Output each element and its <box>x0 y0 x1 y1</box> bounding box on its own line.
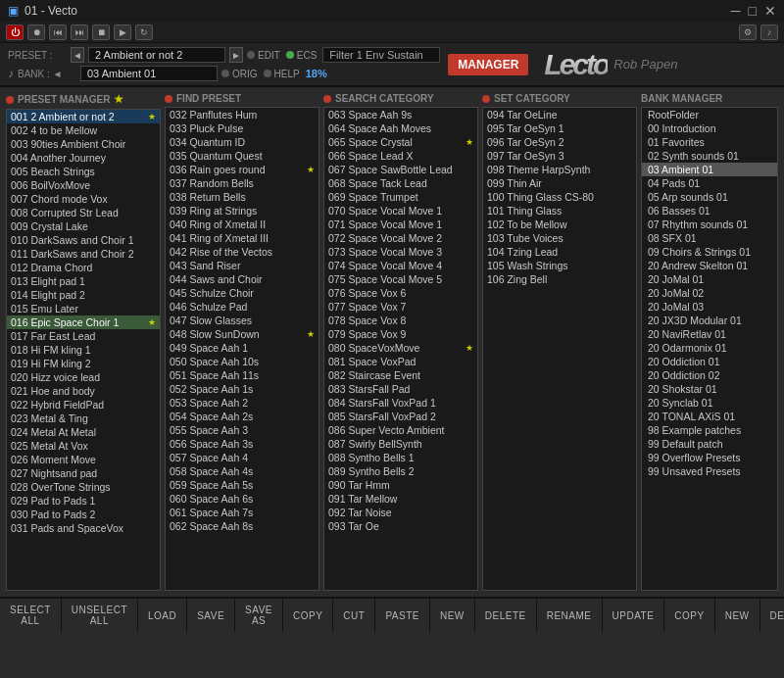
list-item[interactable]: 065 Space Crystal★ <box>324 135 477 149</box>
list-item[interactable]: 010 DarkSaws and Choir 1 <box>7 233 160 247</box>
bank-item[interactable]: 03 Ambient 01 <box>642 163 777 176</box>
maximize-button[interactable]: □ <box>749 3 757 19</box>
bank-item[interactable]: 99 Unsaved Presets <box>642 464 777 478</box>
list-item[interactable]: 056 Space Aah 3s <box>166 437 318 451</box>
list-item[interactable]: 061 Space Aah 7s <box>166 506 318 519</box>
list-item[interactable]: 094 Tar OeLine <box>483 108 636 121</box>
bank-item[interactable]: 20 JoMal 03 <box>642 300 777 314</box>
list-item[interactable]: 082 Staircase Event <box>324 368 477 382</box>
list-item[interactable]: 057 Space Aah 4 <box>166 451 318 464</box>
list-item[interactable]: 099 Thin Air <box>483 176 636 190</box>
list-item[interactable]: 095 Tar OeSyn 1 <box>483 121 636 135</box>
bank-item[interactable]: 99 Default patch <box>642 437 777 451</box>
list-item[interactable]: 026 Moment Move <box>7 453 160 466</box>
list-item[interactable]: 089 Syntho Bells 2 <box>324 464 477 478</box>
bank-item[interactable]: 20 Odarmonix 01 <box>642 341 777 355</box>
list-item[interactable]: 042 Rise of the Vectos <box>166 245 318 259</box>
bank-item[interactable]: 99 Overflow Presets <box>642 451 777 464</box>
save-button[interactable]: SAVE <box>187 599 235 632</box>
list-item[interactable]: 101 Thing Glass <box>483 204 636 218</box>
list-item[interactable]: 063 Space Aah 9s <box>324 108 477 121</box>
rename-button[interactable]: RENAME <box>537 599 603 632</box>
paste-button[interactable]: PASTE <box>375 599 430 632</box>
bank-copy-button[interactable]: COPY <box>664 599 714 632</box>
list-item[interactable]: 073 Space Vocal Move 3 <box>324 245 477 259</box>
list-item[interactable]: 037 Random Bells <box>166 176 318 190</box>
list-item[interactable]: 103 Tube Voices <box>483 231 636 245</box>
list-item[interactable]: 079 Space Vox 9 <box>324 327 477 341</box>
list-item[interactable]: 044 Saws and Choir <box>166 272 318 286</box>
unselect-all-button[interactable]: UNSELECT ALL <box>62 599 138 632</box>
list-item[interactable]: 021 Hoe and body <box>7 384 160 398</box>
list-item[interactable]: 060 Space Aah 6s <box>166 492 318 506</box>
forward-icon[interactable]: ⏭ <box>71 24 88 40</box>
preset-manager-list[interactable]: 001 2 Ambient or not 2★002 4 to be Mello… <box>6 109 161 591</box>
list-item[interactable]: 076 Space Vox 6 <box>324 286 477 300</box>
list-item[interactable]: 096 Tar OeSyn 2 <box>483 135 636 149</box>
list-item[interactable]: 078 Space Vox 8 <box>324 314 477 327</box>
loop-icon[interactable]: ↻ <box>135 24 153 40</box>
bank-item[interactable]: 02 Synth sounds 01 <box>642 149 777 163</box>
list-item[interactable]: 007 Chord mode Vox <box>7 192 160 206</box>
play-icon[interactable]: ▶ <box>114 24 131 40</box>
list-item[interactable]: 032 Panflutes Hum <box>166 108 318 121</box>
settings-icon[interactable]: ⚙ <box>739 24 757 40</box>
list-item[interactable]: 012 Drama Chord <box>7 261 160 274</box>
bank-manager-list[interactable]: RootFolder00 Introduction01 Favorites02 … <box>641 107 778 591</box>
list-item[interactable]: 011 DarkSaws and Choir 2 <box>7 247 160 261</box>
list-item[interactable]: 093 Tar Oe <box>324 519 477 533</box>
save-as-button[interactable]: SAVE AS <box>235 599 283 632</box>
list-item[interactable]: 046 Schulze Pad <box>166 300 318 314</box>
list-item[interactable]: 048 Slow SunDown★ <box>166 327 318 341</box>
list-item[interactable]: 049 Space Aah 1 <box>166 341 318 355</box>
orig-indicator[interactable]: ORIG <box>221 69 258 79</box>
edit-indicator[interactable]: EDIT <box>247 50 280 61</box>
list-item[interactable]: 077 Space Vox 7 <box>324 300 477 314</box>
list-item[interactable]: 100 Thing Glass CS-80 <box>483 190 636 204</box>
find-preset-list[interactable]: 032 Panflutes Hum033 Pluck Pulse034 Quan… <box>165 107 319 591</box>
list-item[interactable]: 075 Space Vocal Move 5 <box>324 272 477 286</box>
list-item[interactable]: 034 Quantum ID <box>166 135 318 149</box>
select-all-button[interactable]: SELECT ALL <box>0 599 62 632</box>
bank-item[interactable]: 01 Favorites <box>642 135 777 149</box>
list-item[interactable]: 040 Ring of Xmetal II <box>166 218 318 231</box>
list-item[interactable]: 084 StarsFall VoxPad 1 <box>324 396 477 410</box>
list-item[interactable]: 039 Ring at Strings <box>166 204 318 218</box>
midi-icon[interactable]: ♪ <box>760 24 778 40</box>
list-item[interactable]: 085 StarsFall VoxPad 2 <box>324 410 477 423</box>
list-item[interactable]: 035 Quantum Quest <box>166 149 318 163</box>
list-item[interactable]: 059 Space Aah 5s <box>166 478 318 492</box>
list-item[interactable]: 002 4 to be Mellow <box>7 123 160 137</box>
new-button[interactable]: NEW <box>430 599 475 632</box>
list-item[interactable]: 080 SpaceVoxMove★ <box>324 341 477 355</box>
list-item[interactable]: 062 Space Aah 8s <box>166 519 318 533</box>
bank-item[interactable]: 05 Arp sounds 01 <box>642 190 777 204</box>
list-item[interactable]: 001 2 Ambient or not 2★ <box>7 110 160 123</box>
set-category-list[interactable]: 094 Tar OeLine095 Tar OeSyn 1096 Tar OeS… <box>482 107 637 591</box>
list-item[interactable]: 014 Elight pad 2 <box>7 288 160 302</box>
help-indicator[interactable]: HELP <box>264 69 300 79</box>
list-item[interactable]: 023 Metal & Ting <box>7 412 160 425</box>
list-item[interactable]: 008 Corrupted Str Lead <box>7 206 160 219</box>
list-item[interactable]: 098 Theme HarpSynth <box>483 163 636 176</box>
list-item[interactable]: 086 Super Vecto Ambient <box>324 423 477 437</box>
list-item[interactable]: 003 90ties Ambient Choir <box>7 137 160 151</box>
list-item[interactable]: 083 StarsFall Pad <box>324 382 477 396</box>
list-item[interactable]: 106 Zing Bell <box>483 272 636 286</box>
bank-item[interactable]: 07 Rhythm sounds 01 <box>642 218 777 231</box>
list-item[interactable]: 043 Sand Riser <box>166 259 318 272</box>
update-button[interactable]: UPDATE <box>603 599 665 632</box>
list-item[interactable]: 091 Tar Mellow <box>324 492 477 506</box>
list-item[interactable]: 004 Another Journey <box>7 151 160 165</box>
list-item[interactable]: 020 Hizz voice lead <box>7 370 160 384</box>
bank-item[interactable]: RootFolder <box>642 108 777 121</box>
list-item[interactable]: 033 Pluck Pulse <box>166 121 318 135</box>
search-category-list[interactable]: 063 Space Aah 9s064 Space Aah Moves065 S… <box>323 107 478 591</box>
manager-button[interactable]: MANAGER <box>448 54 528 75</box>
list-item[interactable]: 017 Far East Lead <box>7 329 160 343</box>
list-item[interactable]: 016 Epic Space Choir 1★ <box>7 315 160 329</box>
bank-item[interactable]: 20 Oddiction 02 <box>642 368 777 382</box>
list-item[interactable]: 027 Nightsand pad <box>7 466 160 480</box>
list-item[interactable]: 038 Return Bells <box>166 190 318 204</box>
list-item[interactable]: 102 To be Mellow <box>483 218 636 231</box>
